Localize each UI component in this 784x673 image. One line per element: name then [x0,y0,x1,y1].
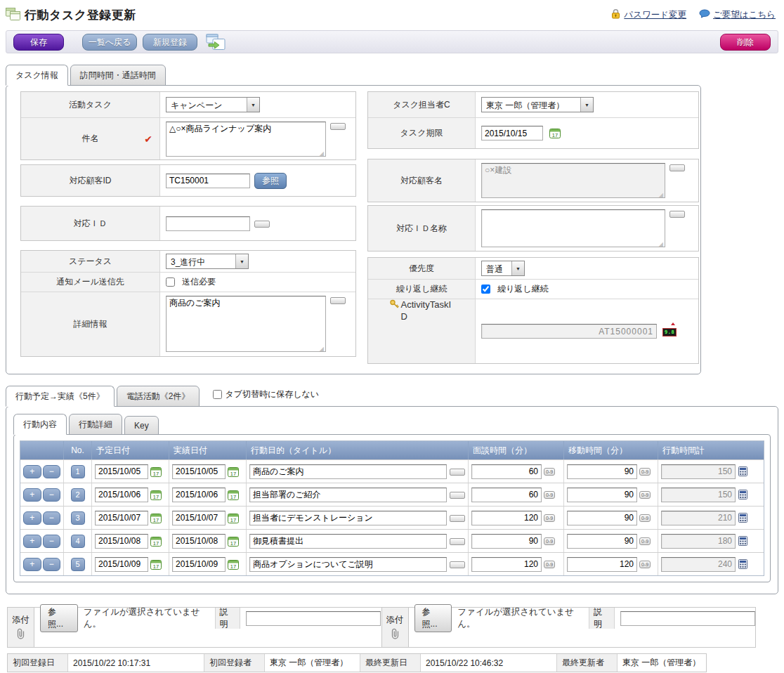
expand-button[interactable] [450,492,465,499]
status-select[interactable]: 3_進行中 ▼ [166,254,249,269]
plan-date-input[interactable] [95,464,148,479]
expand-button[interactable] [450,561,465,568]
actual-date-input[interactable] [172,488,226,502]
copy-task-icon[interactable] [206,34,226,51]
expand-button[interactable] [330,123,346,130]
customer-ref-button[interactable]: 参照 [254,173,287,189]
plan-date-input[interactable] [95,511,148,525]
detail-textarea[interactable]: 商品のご案内 [166,296,326,352]
taio-id-input[interactable] [166,216,250,231]
calculator-icon[interactable] [738,536,747,546]
remove-row-button[interactable]: − [43,558,61,571]
expand-button[interactable] [450,469,465,476]
travel-min-input[interactable] [567,464,637,479]
purpose-input[interactable] [249,464,447,479]
plan-date-input[interactable] [95,488,148,502]
tab-task-info[interactable]: タスク情報 [6,65,68,86]
travel-min-input[interactable] [567,488,637,502]
tab-activity-content[interactable]: 行動内容 [13,414,67,435]
no-save-on-tab-switch-label[interactable]: タブ切替時に保存しない [225,388,319,400]
expand-button[interactable] [254,221,270,228]
notify-mail-option-label[interactable]: 送信必要 [182,276,216,288]
calendar-icon[interactable]: 17 [150,513,162,523]
plan-date-input[interactable] [95,534,148,549]
expand-button[interactable] [330,297,346,304]
save-button[interactable]: 保存 [13,34,64,51]
priority-select[interactable]: 普通 ▼ [481,261,525,276]
calendar-icon[interactable]: 17 [150,536,162,547]
customer-id-input[interactable] [166,174,250,188]
description-input[interactable] [620,611,755,626]
calendar-icon[interactable]: 17 [228,559,239,570]
repeat-checkbox[interactable] [481,285,490,294]
expand-button[interactable] [669,164,685,171]
purpose-input[interactable] [249,557,447,572]
plan-date-input[interactable] [95,557,148,572]
calendar-icon[interactable]: 17 [228,513,239,523]
add-row-button[interactable]: + [23,488,41,502]
row-number-badge[interactable]: 3 [71,511,85,525]
meeting-min-input[interactable] [471,534,542,549]
remove-row-button[interactable]: − [43,488,61,502]
travel-min-input[interactable] [567,511,637,525]
remove-row-button[interactable]: − [43,535,61,548]
calculator-icon[interactable] [738,559,747,569]
back-to-list-button[interactable]: 一覧へ戻る [82,34,137,51]
resize-grip[interactable]: ◢ [659,242,663,247]
add-row-button[interactable]: + [23,535,41,548]
new-entry-button[interactable]: 新規登録 [143,34,197,51]
password-change-link[interactable]: パスワード変更 [624,9,686,21]
tab-visit-call-time[interactable]: 訪問時間・通話時間 [70,65,166,86]
calendar-icon[interactable]: 17 [549,128,561,138]
request-link[interactable]: ご要望はこちら [713,9,776,21]
customer-name-textarea[interactable]: ○×建設 [481,163,665,198]
expand-button[interactable] [450,515,465,522]
row-number-badge[interactable]: 2 [71,488,85,502]
calendar-icon[interactable]: 17 [228,466,239,477]
due-date-input[interactable] [481,126,543,141]
calendar-icon[interactable]: 17 [150,559,162,570]
description-input[interactable] [246,611,381,626]
resize-grip[interactable]: ◢ [659,192,663,198]
meeting-min-input[interactable] [471,511,542,525]
meeting-min-input[interactable] [471,557,542,572]
browse-button[interactable]: 参照... [414,604,452,632]
tab-activity-detail[interactable]: 行動詳細 [69,414,122,435]
actual-date-input[interactable] [172,557,226,572]
calendar-icon[interactable]: 17 [228,490,239,500]
travel-min-input[interactable] [567,557,637,572]
tab-key[interactable]: Key [124,416,159,435]
repeat-option-label[interactable]: 繰り返し継続 [497,283,549,295]
no-save-on-tab-switch-checkbox[interactable] [213,390,222,399]
calculator-icon[interactable] [738,466,747,476]
resize-grip[interactable]: ◢ [320,151,324,157]
calculator-icon[interactable] [738,513,747,523]
assignee-select[interactable]: 東京 一郎（管理者） ▼ [481,97,594,112]
notify-mail-checkbox[interactable] [166,277,175,287]
meeting-min-input[interactable] [471,488,542,502]
remove-row-button[interactable]: − [43,465,61,478]
row-number-badge[interactable]: 1 [71,465,85,478]
purpose-input[interactable] [249,534,447,549]
resize-grip[interactable]: ◢ [320,346,324,352]
actual-date-input[interactable] [172,464,226,479]
actual-date-input[interactable] [172,511,226,525]
add-row-button[interactable]: + [23,465,41,478]
activity-task-select[interactable]: キャンペーン ▼ [166,97,260,112]
expand-button[interactable] [669,211,685,218]
travel-min-input[interactable] [567,534,637,549]
calendar-icon[interactable]: 17 [150,490,162,500]
expand-button[interactable] [450,538,465,545]
tab-activity-plan[interactable]: 行動予定→実績《5件》 [6,386,115,407]
delete-button[interactable]: 削除 [720,34,771,51]
subject-textarea[interactable]: △○×商品ラインナップ案内 [166,122,326,157]
calculator-icon[interactable] [738,490,747,499]
add-row-button[interactable]: + [23,511,41,525]
purpose-input[interactable] [249,488,447,502]
calendar-icon[interactable]: 17 [228,536,239,547]
row-number-badge[interactable]: 4 [71,535,85,548]
add-row-button[interactable]: + [23,558,41,571]
taio-id-name-textarea[interactable] [481,209,665,247]
remove-row-button[interactable]: − [43,511,61,525]
actual-date-input[interactable] [172,534,226,549]
